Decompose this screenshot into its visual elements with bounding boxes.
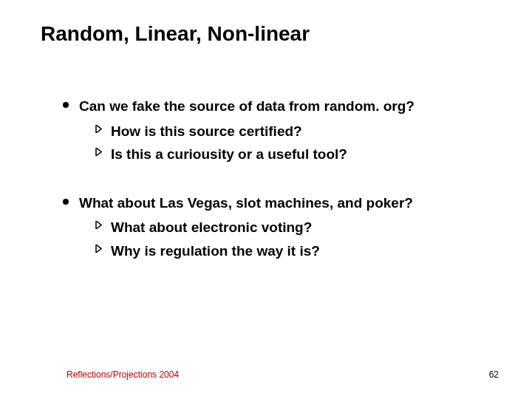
sub-bullet-text: Why is regulation the way it is? <box>111 241 320 262</box>
chevron-right-icon <box>95 245 102 253</box>
slide-body: Can we fake the source of data from rand… <box>41 96 495 264</box>
bullet-text: Can we fake the source of data from rand… <box>79 96 415 117</box>
disc-bullet-icon <box>63 199 69 205</box>
bullet-content: Can we fake the source of data from rand… <box>79 96 415 168</box>
sub-bullet-text: Is this a curiousity or a useful tool? <box>111 144 347 165</box>
sub-bullet-text: What about electronic voting? <box>111 217 312 238</box>
bullet-text: What about Las Vegas, slot machines, and… <box>79 193 413 214</box>
footer-label: Reflections/Projections 2004 <box>66 369 179 380</box>
sub-list: How is this source certified? Is this a … <box>79 121 415 165</box>
bullet-content: What about Las Vegas, slot machines, and… <box>79 193 413 265</box>
sub-bullet-item: Is this a curiousity or a useful tool? <box>95 144 415 165</box>
bullet-item: Can we fake the source of data from rand… <box>63 96 495 168</box>
chevron-right-icon <box>95 221 102 229</box>
sub-list: What about electronic voting? Why is reg… <box>79 217 413 261</box>
sub-bullet-item: How is this source certified? <box>95 121 415 142</box>
bullet-item: What about Las Vegas, slot machines, and… <box>63 193 495 265</box>
chevron-right-icon <box>95 125 102 133</box>
disc-bullet-icon <box>63 102 69 108</box>
slide-number: 62 <box>489 369 499 380</box>
sub-bullet-text: How is this source certified? <box>111 121 302 142</box>
chevron-right-icon <box>95 148 102 156</box>
slide-footer: Reflections/Projections 2004 62 <box>0 369 532 380</box>
sub-bullet-item: Why is regulation the way it is? <box>95 241 413 262</box>
slide-title: Random, Linear, Non-linear <box>41 22 495 46</box>
sub-bullet-item: What about electronic voting? <box>95 217 413 238</box>
